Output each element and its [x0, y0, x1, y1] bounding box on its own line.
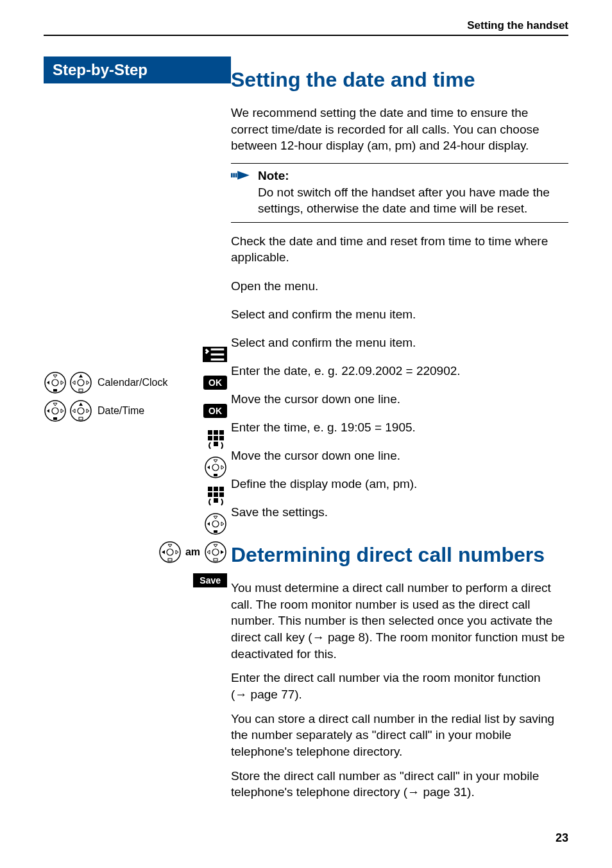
svg-rect-33: [214, 442, 218, 446]
svg-point-35: [212, 464, 219, 471]
control-pad-down-icon: [44, 399, 67, 422]
svg-rect-20: [53, 417, 57, 420]
step-calendar-clock: Calendar/Clock OK: [44, 370, 231, 395]
step-save: Save: [44, 568, 231, 593]
control-pad-down-icon: [44, 371, 67, 394]
svg-marker-7: [61, 381, 64, 385]
step-text-enter-date: Enter the date, e. g. 22.09.2002 = 22090…: [231, 363, 461, 379]
control-pad-right-icon: [204, 541, 227, 564]
svg-rect-45: [219, 492, 224, 497]
note-text: Note: Do not switch off the handset afte…: [253, 168, 568, 217]
svg-point-54: [167, 549, 173, 555]
svg-rect-52: [214, 530, 217, 533]
am-label: am: [185, 546, 200, 558]
svg-rect-32: [219, 436, 224, 440]
direct-call-p1: You must determine a direct call number …: [231, 580, 568, 662]
svg-marker-61: [214, 544, 217, 547]
svg-rect-28: [214, 430, 218, 435]
note-arrow-icon: [231, 168, 253, 217]
keypad-icon: [204, 428, 227, 451]
step-text-open-menu: Open the menu.: [231, 278, 318, 295]
svg-marker-62: [207, 550, 210, 554]
svg-marker-49: [214, 516, 217, 519]
control-pad-left-icon: [158, 541, 182, 564]
direct-call-p4: Store the direct call number as "direct …: [231, 768, 568, 801]
step-text-move-down-2: Move the cursor down one line.: [231, 447, 400, 464]
note-body: Do not switch off the handset after you …: [258, 186, 550, 216]
ok-button: OK: [203, 376, 227, 390]
svg-marker-17: [53, 403, 57, 406]
step-open-menu: [44, 342, 231, 367]
step-move-down-1: [44, 455, 231, 480]
step-text-define-mode: Define the display mode (am, pm).: [231, 476, 417, 492]
note-label: Note:: [258, 169, 289, 182]
svg-marker-24: [72, 409, 75, 413]
svg-marker-57: [176, 550, 178, 554]
svg-point-10: [78, 379, 84, 386]
left-column: Step-by-Step Calendar/Clock: [44, 56, 231, 808]
page-ref-31: page 31: [423, 785, 467, 799]
direct-call-p3: You can store a direct call number in th…: [231, 711, 568, 760]
step-descriptions: Open the menu. Select and confirm the me…: [231, 273, 568, 525]
svg-rect-43: [208, 492, 212, 497]
content-columns: Step-by-Step Calendar/Clock: [44, 56, 568, 808]
svg-marker-38: [221, 465, 224, 469]
svg-marker-11: [79, 374, 83, 378]
svg-marker-63: [221, 550, 224, 554]
step-display-mode: am: [44, 539, 231, 565]
step-keypad-date: [44, 426, 231, 452]
svg-point-16: [52, 408, 58, 414]
ok-button: OK: [203, 404, 227, 418]
svg-rect-26: [79, 417, 83, 420]
arrow-icon: →: [235, 688, 250, 701]
step-text-save: Save the settings.: [231, 504, 328, 521]
svg-rect-44: [214, 492, 218, 497]
control-pad-up-icon: [69, 399, 92, 422]
svg-rect-41: [214, 487, 218, 491]
direct-call-p2: Enter the direct call number via the roo…: [231, 670, 568, 702]
svg-rect-65: [231, 173, 233, 178]
svg-rect-39: [214, 474, 217, 476]
svg-rect-46: [214, 498, 218, 503]
step-text-move-down-1: Move the cursor down one line.: [231, 391, 400, 408]
intro-paragraph: We recommend setting the date and time t…: [231, 105, 568, 154]
step-text-select-confirm-2: Select and confirm the menu item.: [231, 334, 416, 351]
svg-marker-37: [207, 465, 210, 469]
step-by-step-header: Step-by-Step: [44, 56, 231, 83]
save-button: Save: [193, 573, 227, 587]
page-ref-77: page 77: [251, 688, 295, 701]
svg-rect-31: [214, 436, 218, 440]
step-keypad-time: [44, 483, 231, 508]
svg-marker-51: [221, 522, 224, 526]
svg-point-48: [212, 521, 219, 527]
svg-marker-56: [162, 550, 165, 554]
svg-rect-67: [235, 173, 237, 178]
svg-point-22: [78, 408, 84, 414]
svg-rect-40: [208, 487, 212, 491]
arrow-icon: →: [407, 785, 423, 799]
step-date-time: Date/Time OK: [44, 398, 231, 424]
page-ref-8: page 8: [328, 630, 365, 644]
control-pad-down-icon: [204, 512, 227, 535]
svg-rect-8: [53, 389, 57, 392]
svg-marker-36: [214, 460, 217, 462]
svg-rect-30: [208, 436, 212, 440]
menu-item-datetime-label: Date/Time: [98, 405, 144, 417]
step-move-down-2: [44, 511, 231, 537]
svg-rect-58: [168, 559, 172, 561]
step-text-enter-time: Enter the time, e. g. 19:05 = 1905.: [231, 419, 416, 436]
step-icons-stack: Calendar/Clock OK Date/Time OK: [44, 342, 231, 593]
page-header: Setting the handset: [44, 19, 568, 36]
note-block: Note: Do not switch off the handset afte…: [231, 163, 568, 223]
svg-marker-50: [207, 522, 210, 526]
svg-marker-12: [72, 381, 75, 385]
svg-rect-14: [79, 389, 83, 392]
svg-point-60: [212, 549, 219, 555]
svg-marker-5: [53, 375, 57, 378]
svg-marker-18: [47, 409, 49, 413]
svg-marker-6: [47, 381, 49, 385]
svg-marker-13: [87, 381, 89, 385]
keypad-icon: [204, 484, 227, 507]
arrow-icon: →: [312, 630, 328, 644]
heading-direct-call: Determining direct call numbers: [231, 543, 568, 567]
